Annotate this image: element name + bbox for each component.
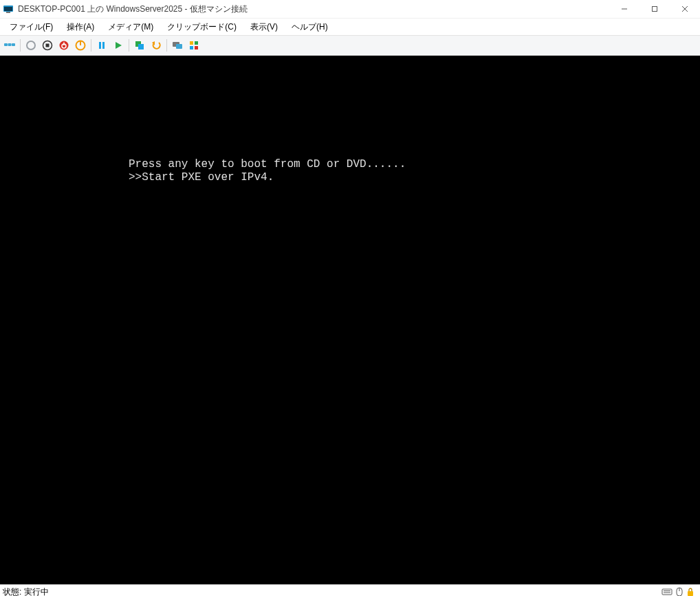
- svg-rect-1: [4, 7, 12, 11]
- svg-rect-22: [138, 44, 144, 49]
- svg-rect-4: [653, 7, 657, 12]
- share-icon: [188, 40, 199, 51]
- svg-rect-9: [12, 43, 15, 46]
- menu-file[interactable]: ファイル(F): [3, 20, 60, 34]
- window-controls: [609, 0, 700, 18]
- revert-icon: [151, 40, 162, 51]
- menu-bar: ファイル(F) 操作(A) メディア(M) クリップボード(C) 表示(V) ヘ…: [0, 19, 700, 35]
- minimize-button[interactable]: [609, 0, 639, 18]
- enhanced-session-button[interactable]: [170, 38, 185, 53]
- share-button[interactable]: [186, 38, 201, 53]
- svg-rect-2: [6, 12, 10, 13]
- toolbar: [0, 35, 700, 56]
- console-line-2: >>Start PXE over IPv4.: [129, 171, 274, 184]
- svg-rect-7: [4, 43, 8, 46]
- svg-rect-25: [176, 44, 182, 49]
- status-bar: 状態: 実行中: [0, 584, 700, 596]
- power-red-icon: [58, 40, 69, 51]
- svg-rect-26: [190, 41, 193, 45]
- svg-rect-29: [195, 46, 198, 49]
- checkpoint-button[interactable]: [132, 38, 147, 53]
- svg-rect-19: [102, 42, 105, 49]
- monitor-icon: [172, 40, 183, 51]
- toolbar-separator: [91, 39, 91, 52]
- pause-icon: [96, 40, 107, 51]
- toolbar-separator: [166, 39, 167, 52]
- reset-button[interactable]: [73, 38, 88, 53]
- checkpoint-icon: [134, 40, 145, 51]
- ctrl-alt-del-button[interactable]: [2, 38, 17, 53]
- svg-rect-8: [8, 43, 12, 46]
- pause-button[interactable]: [94, 38, 109, 53]
- svg-rect-12: [46, 44, 50, 47]
- svg-rect-18: [99, 42, 101, 49]
- console-line-1: Press any key to boot from CD or DVD....…: [129, 158, 406, 170]
- menu-help[interactable]: ヘルプ(H): [285, 20, 335, 34]
- stop-button[interactable]: [40, 38, 55, 53]
- svg-rect-35: [688, 591, 693, 596]
- window-title: DESKTOP-PC001 上の WindowsServer2025 - 仮想マ…: [18, 3, 248, 15]
- svg-rect-27: [195, 41, 198, 45]
- menu-action[interactable]: 操作(A): [60, 20, 101, 34]
- toolbar-separator: [129, 39, 129, 52]
- toolbar-separator: [20, 39, 21, 52]
- menu-view[interactable]: 表示(V): [243, 20, 285, 34]
- revert-button[interactable]: [149, 38, 164, 53]
- status-label: 状態: 実行中: [3, 586, 49, 597]
- svg-rect-30: [662, 589, 672, 595]
- close-button[interactable]: [670, 0, 700, 18]
- stop-icon: [42, 40, 53, 51]
- keyboard-icon: [661, 587, 672, 596]
- circle-grey-icon: [25, 40, 36, 51]
- menu-media[interactable]: メディア(M): [101, 20, 160, 34]
- mouse-icon: [675, 587, 683, 596]
- console-output: Press any key to boot from CD or DVD....…: [129, 158, 406, 184]
- ctrl-alt-del-icon: [4, 40, 15, 51]
- status-icons: [661, 587, 697, 596]
- shutdown-button[interactable]: [56, 38, 72, 53]
- title-bar: DESKTOP-PC001 上の WindowsServer2025 - 仮想マ…: [0, 0, 700, 19]
- svg-marker-20: [116, 42, 122, 49]
- lock-icon: [686, 587, 694, 596]
- svg-point-10: [27, 41, 35, 49]
- menu-clipboard[interactable]: クリップボード(C): [160, 20, 243, 34]
- vm-display[interactable]: Press any key to boot from CD or DVD....…: [0, 56, 700, 584]
- play-icon: [113, 40, 124, 51]
- play-button[interactable]: [111, 38, 126, 53]
- turnoff-button[interactable]: [23, 38, 39, 53]
- maximize-button[interactable]: [639, 0, 670, 18]
- svg-rect-28: [190, 46, 193, 49]
- app-icon: [3, 3, 14, 14]
- power-orange-icon: [75, 40, 86, 51]
